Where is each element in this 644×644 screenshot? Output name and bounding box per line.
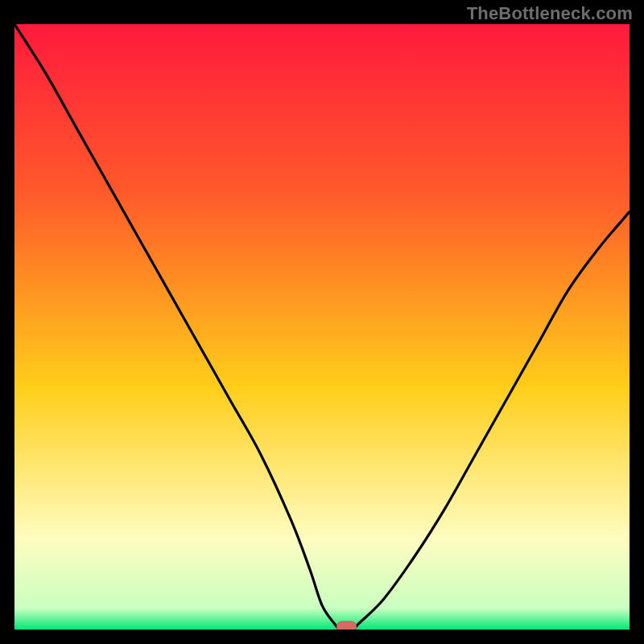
chart-frame: TheBottleneck.com <box>0 0 644 644</box>
plot-area <box>14 24 630 630</box>
bottleneck-chart <box>14 24 630 630</box>
optimum-marker <box>337 621 357 630</box>
gradient-background <box>14 24 630 630</box>
watermark-text: TheBottleneck.com <box>467 3 633 24</box>
